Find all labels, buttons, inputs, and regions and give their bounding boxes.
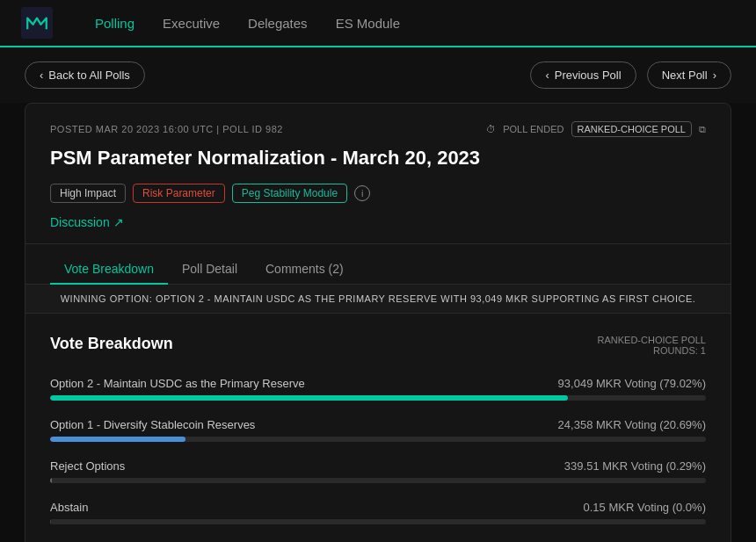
- tab-poll-detail[interactable]: Poll Detail: [168, 255, 251, 285]
- poll-title: PSM Parameter Normalization - March 20, …: [50, 146, 706, 171]
- nav-link-executive[interactable]: Executive: [163, 16, 220, 31]
- vote-breakdown-section: Vote Breakdown RANKED-CHOICE POLL ROUNDS…: [25, 314, 731, 542]
- ranked-choice-meta-label: RANKED-CHOICE POLL: [598, 335, 706, 345]
- poll-tags: High Impact Risk Parameter Peg Stability…: [50, 184, 706, 203]
- next-poll-button[interactable]: Next Poll ›: [647, 61, 731, 89]
- svg-rect-0: [21, 7, 53, 39]
- vote-option-reject-bar-bg: [50, 478, 706, 483]
- tab-comments[interactable]: Comments (2): [251, 255, 358, 285]
- vote-section-meta: RANKED-CHOICE POLL ROUNDS: 1: [598, 335, 706, 356]
- vote-option-abstain-bar-bg: [50, 519, 706, 524]
- chevron-left-icon: ‹: [40, 69, 43, 82]
- tag-high-impact[interactable]: High Impact: [50, 184, 126, 203]
- tab-vote-breakdown[interactable]: Vote Breakdown: [50, 255, 168, 285]
- vote-option-1-label: Option 1 - Diversify Stablecoin Reserves: [50, 418, 255, 431]
- poll-tabs: Vote Breakdown Poll Detail Comments (2): [25, 244, 731, 285]
- vote-option-2-bar-bg: [50, 395, 706, 401]
- info-icon[interactable]: i: [354, 185, 370, 201]
- nav-link-polling[interactable]: Polling: [95, 16, 134, 31]
- chevron-right-icon: ›: [713, 69, 716, 82]
- poll-card: POSTED MAR 20 2023 16:00 UTC | POLL ID 9…: [25, 103, 731, 542]
- navbar: Polling Executive Delegates ES Module: [0, 0, 756, 47]
- poll-meta: POSTED MAR 20 2023 16:00 UTC | POLL ID 9…: [50, 124, 283, 134]
- vote-option-abstain: Abstain 0.15 MKR Voting (0.0%): [50, 501, 706, 524]
- clock-icon: ⏱: [486, 124, 496, 134]
- vote-option-2-bar-fill: [50, 395, 568, 401]
- rounds-label: ROUNDS: 1: [598, 345, 706, 356]
- vote-option-1-value: 24,358 MKR Voting (20.69%): [558, 418, 706, 431]
- back-to-all-polls-button[interactable]: ‹ Back to All Polls: [25, 61, 145, 89]
- poll-ended-label: POLL ENDED: [503, 124, 563, 134]
- vote-option-reject-label: Reject Options: [50, 459, 125, 473]
- winning-banner: WINNING OPTION: OPTION 2 - MAINTAIN USDC…: [25, 285, 731, 314]
- vote-option-2-label: Option 2 - Maintain USDC as the Primary …: [50, 377, 305, 390]
- vote-option-1: Option 1 - Diversify Stablecoin Reserves…: [50, 418, 706, 442]
- vote-option-abstain-label: Abstain: [50, 501, 88, 514]
- vote-option-abstain-value: 0.15 MKR Voting (0.0%): [584, 501, 706, 514]
- tag-risk-parameter[interactable]: Risk Parameter: [133, 184, 225, 203]
- vote-option-1-bar-bg: [50, 437, 706, 442]
- poll-meta-row: POSTED MAR 20 2023 16:00 UTC | POLL ID 9…: [50, 121, 706, 137]
- vote-section-title: Vote Breakdown: [50, 335, 173, 353]
- vote-option-2-value: 93,049 MKR Voting (79.02%): [558, 377, 706, 390]
- tag-peg-stability[interactable]: Peg Stability Module: [232, 184, 347, 203]
- vote-option-reject: Reject Options 339.51 MKR Voting (0.29%): [50, 459, 706, 483]
- previous-poll-button[interactable]: ‹ Previous Poll: [530, 61, 636, 89]
- logo-icon: [21, 7, 53, 39]
- nav-link-delegates[interactable]: Delegates: [248, 16, 308, 31]
- vote-option-reject-value: 339.51 MKR Voting (0.29%): [564, 459, 706, 473]
- vote-option-reject-bar-fill: [50, 478, 52, 483]
- toolbar: ‹ Back to All Polls ‹ Previous Poll Next…: [0, 47, 756, 103]
- ranked-choice-badge: RANKED-CHOICE POLL: [571, 121, 692, 137]
- poll-header: POSTED MAR 20 2023 16:00 UTC | POLL ID 9…: [25, 104, 731, 244]
- copy-icon[interactable]: ⧉: [699, 124, 706, 135]
- discussion-link[interactable]: Discussion ↗: [50, 215, 124, 229]
- chevron-left-icon: ‹: [545, 69, 549, 82]
- vote-option-abstain-bar-fill: [50, 519, 51, 524]
- poll-nav-buttons: ‹ Previous Poll Next Poll ›: [530, 61, 731, 89]
- nav-link-es-module[interactable]: ES Module: [336, 16, 400, 31]
- vote-section-header: Vote Breakdown RANKED-CHOICE POLL ROUNDS…: [50, 335, 706, 356]
- vote-option-1-bar-fill: [50, 437, 185, 442]
- vote-option-2: Option 2 - Maintain USDC as the Primary …: [50, 377, 706, 401]
- poll-status: ⏱ POLL ENDED RANKED-CHOICE POLL ⧉: [486, 121, 706, 137]
